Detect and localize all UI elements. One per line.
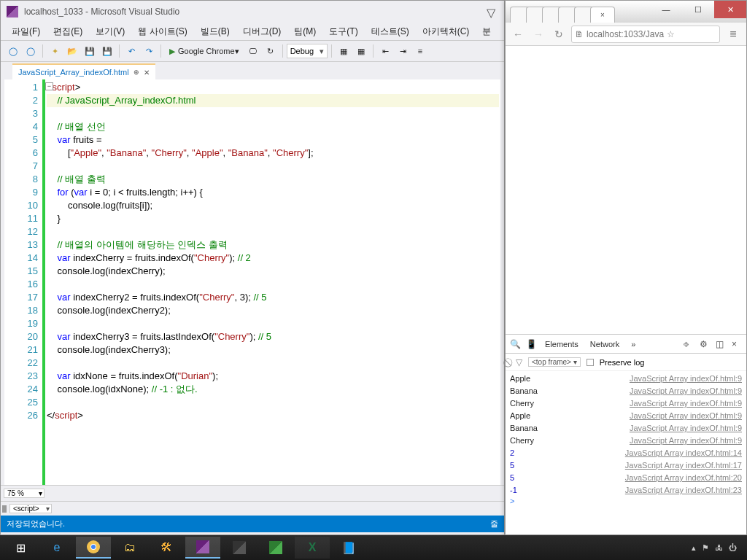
console-row[interactable]: BananaJavaScript Array indexOf.html:9: [510, 385, 742, 397]
console-row[interactable]: CherryJavaScript Array indexOf.html:9: [510, 397, 742, 410]
vs-statusbar: 저장되었습니다. 줄: [1, 516, 504, 532]
undo-button[interactable]: ↶: [123, 43, 139, 59]
tray-up-icon[interactable]: ▴: [692, 543, 696, 553]
console-row[interactable]: AppleJavaScript Array indexOf.html:9: [510, 373, 742, 385]
menu-item[interactable]: 디버그(D): [236, 23, 288, 40]
devtools-tab-elements[interactable]: Elements: [542, 340, 581, 349]
task-vs2-icon[interactable]: [222, 537, 257, 559]
menu-item[interactable]: 편집(E): [47, 23, 89, 40]
nav-back-button[interactable]: ◯: [5, 43, 21, 59]
menu-item[interactable]: 파일(F): [5, 23, 47, 40]
toolbox2-icon[interactable]: ▦: [353, 43, 369, 59]
menu-item[interactable]: 도구(T): [322, 23, 364, 40]
outdent-icon[interactable]: ⇤: [377, 43, 393, 59]
window-close-button[interactable]: ✕: [714, 1, 746, 18]
page-viewport[interactable]: [506, 46, 746, 334]
task-vscode-icon[interactable]: [258, 537, 293, 559]
new-file-icon[interactable]: ✦: [47, 43, 63, 59]
console-toggle-icon[interactable]: ⎆: [684, 339, 694, 349]
chrome-tab-active[interactable]: ×: [590, 7, 615, 23]
close-icon[interactable]: ×: [600, 11, 605, 19]
console-row[interactable]: -1JavaScript Array indexOf.html:23: [510, 484, 742, 497]
chrome-window: × — ☐ ✕ ← → ↻ 🗎localhost:1033/Java☆ ≡ 🔍 …: [505, 0, 747, 535]
vs-notifications-icon[interactable]: ▽: [487, 6, 498, 18]
devtools-close-icon[interactable]: ×: [732, 339, 742, 349]
task-chrome-icon[interactable]: [76, 537, 111, 559]
tray-power-icon[interactable]: ⏻: [729, 543, 737, 552]
task-notepad-icon[interactable]: 📘: [331, 537, 366, 559]
console-log[interactable]: AppleJavaScript Array indexOf.html:9Bana…: [506, 371, 746, 534]
console-row[interactable]: 5JavaScript Array indexOf.html:17: [510, 459, 742, 472]
device-icon[interactable]: 📱: [526, 339, 536, 349]
save-icon[interactable]: 💾: [82, 43, 98, 59]
bookmark-star-icon[interactable]: ☆: [667, 29, 675, 39]
task-vs-icon[interactable]: [185, 537, 220, 559]
filter-icon[interactable]: ▽: [516, 357, 522, 368]
devtools-tab-network[interactable]: Network: [587, 340, 622, 349]
preserve-log-checkbox[interactable]: [587, 359, 594, 366]
close-tab-icon[interactable]: ✕: [144, 69, 150, 77]
vs-logo-icon: [7, 6, 18, 18]
vs-titlebar[interactable]: localhost_1033 - Microsoft Visual Studio…: [1, 1, 504, 23]
task-ie-icon[interactable]: e: [39, 537, 74, 559]
menu-item[interactable]: 팀(M): [287, 23, 322, 40]
refresh-icon[interactable]: ↻: [263, 43, 279, 59]
devtools-toolbar: 🔍 📱 Elements Network » ⎆ ⚙ ◫ ×: [506, 335, 746, 354]
menu-item[interactable]: 아키텍처(C): [416, 23, 476, 40]
console-row[interactable]: 2JavaScript Array indexOf.html:14: [510, 447, 742, 459]
task-explorer-icon[interactable]: 🗂: [112, 537, 147, 559]
tray-net-icon[interactable]: 🖧: [715, 543, 723, 552]
comment-icon[interactable]: ≡: [412, 43, 428, 59]
console-row[interactable]: 5JavaScript Array indexOf.html:20: [510, 472, 742, 484]
redo-button[interactable]: ↷: [141, 43, 157, 59]
reload-button[interactable]: ↻: [551, 26, 567, 42]
nav-fwd-button[interactable]: ◯: [23, 43, 39, 59]
task-excel-icon[interactable]: X: [295, 537, 330, 559]
browser-select-icon[interactable]: 🖵: [245, 43, 261, 59]
inspect-icon[interactable]: 🔍: [510, 339, 520, 349]
console-filter-bar: ⃠ ▽ <top frame> ▾ Preserve log: [506, 354, 746, 371]
start-button[interactable]: ⊞: [3, 537, 38, 559]
tray-flag-icon[interactable]: ⚑: [702, 543, 709, 553]
window-minimize-button[interactable]: —: [650, 1, 682, 18]
console-row[interactable]: AppleJavaScript Array indexOf.html:9: [510, 410, 742, 422]
toolbox1-icon[interactable]: ▦: [336, 43, 352, 59]
editor-tab[interactable]: JavaScript_Array_indexOf.html ⊕ ✕: [12, 63, 155, 79]
pin-icon[interactable]: ⊕: [133, 69, 139, 76]
config-combo[interactable]: Debug: [287, 44, 328, 58]
context-selector[interactable]: <top frame> ▾: [528, 357, 581, 367]
window-maximize-button[interactable]: ☐: [682, 1, 714, 18]
run-button[interactable]: ▶Google Chrome ▾: [165, 45, 244, 58]
task-tools-icon[interactable]: 🛠: [149, 537, 184, 559]
back-button[interactable]: ←: [510, 26, 526, 42]
vs-title-text: localhost_1033 - Microsoft Visual Studio: [24, 7, 179, 17]
console-row[interactable]: BananaJavaScript Array indexOf.html:9: [510, 422, 742, 435]
open-file-icon[interactable]: 📂: [64, 43, 80, 59]
save-all-icon[interactable]: 💾: [99, 43, 115, 59]
dock-icon[interactable]: ◫: [716, 339, 726, 349]
menu-item[interactable]: 웹 사이트(S): [131, 23, 193, 40]
code-editor[interactable]: 1234567891011121314151617181920212223242…: [1, 79, 504, 485]
menu-item[interactable]: 테스트(S): [365, 23, 416, 40]
windows-taskbar: ⊞ e 🗂 🛠 X 📘 ▴ ⚑ 🖧 ⏻: [0, 535, 747, 560]
indent-icon[interactable]: ⇥: [395, 43, 411, 59]
path-breadcrumb[interactable]: <script>: [9, 504, 52, 513]
code-area[interactable]: <script> // JavaScript_Array_indexOf.htm…: [45, 79, 500, 485]
menu-item[interactable]: 분: [476, 23, 498, 40]
menu-item[interactable]: 보기(V): [89, 23, 131, 40]
status-text: 저장되었습니다.: [7, 518, 65, 529]
chrome-menu-button[interactable]: ≡: [724, 26, 742, 43]
address-bar[interactable]: 🗎localhost:1033/Java☆: [571, 26, 720, 43]
menu-item[interactable]: 빌드(B): [194, 23, 236, 40]
devtools-tabs-more[interactable]: »: [628, 340, 638, 349]
settings-icon[interactable]: ⚙: [700, 339, 710, 349]
zoom-combo[interactable]: 75 %: [4, 489, 44, 498]
svg-point-2: [91, 545, 96, 549]
line-gutter: 1234567891011121314151617181920212223242…: [4, 79, 42, 485]
breadcrumb-bar: <script>: [1, 501, 504, 516]
console-prompt[interactable]: >: [510, 497, 742, 505]
vs-tabstrip: JavaScript_Array_indexOf.html ⊕ ✕: [1, 62, 504, 79]
console-row[interactable]: CherryJavaScript Array indexOf.html:9: [510, 435, 742, 447]
fold-icon[interactable]: −: [45, 82, 53, 90]
chrome-tabstrip[interactable]: × — ☐ ✕: [506, 1, 746, 23]
